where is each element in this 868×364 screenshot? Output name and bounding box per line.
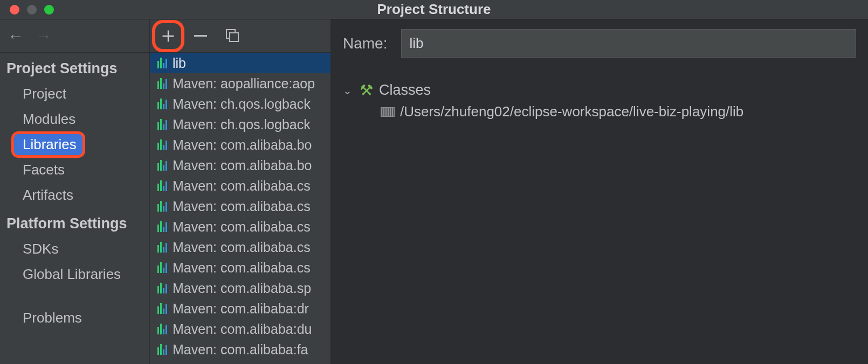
hammer-icon: ⚒ (360, 81, 374, 99)
library-name-input[interactable] (401, 29, 856, 58)
section-header-project-settings: Project Settings (0, 53, 149, 81)
library-item[interactable]: lib (150, 53, 330, 73)
add-library-button[interactable] (157, 25, 179, 47)
remove-library-button[interactable] (190, 25, 211, 47)
sidebar-item-project[interactable]: Project (0, 81, 149, 107)
libraries-panel: libMaven: aopalliance:aopMaven: ch.qos.l… (150, 19, 331, 364)
classes-path: /Users/zhufeng02/eclipse-workspace/live-… (400, 103, 743, 120)
library-item[interactable]: Maven: com.alibaba:du (150, 319, 330, 339)
library-item[interactable]: Maven: com.alibaba.cs (150, 216, 330, 237)
sidebar-item-artifacts[interactable]: Artifacts (0, 183, 149, 208)
library-item-label: Maven: com.alibaba:du (173, 321, 312, 337)
library-icon (157, 242, 167, 253)
minimize-window-dot[interactable] (27, 5, 37, 15)
classes-label: Classes (379, 82, 431, 99)
library-icon (157, 201, 167, 212)
libraries-toolbar (150, 19, 330, 53)
library-icon (157, 160, 167, 171)
library-item-label: Maven: com.alibaba.cs (173, 260, 311, 276)
sidebar-item-problems[interactable]: Problems (0, 305, 149, 331)
library-item-label: Maven: com.alibaba:fa (173, 342, 308, 358)
library-icon (157, 344, 167, 355)
library-icon (157, 283, 167, 293)
traffic-lights (0, 5, 54, 15)
library-item[interactable]: Maven: com.alibaba.bo (150, 155, 330, 176)
library-item[interactable]: Maven: ch.qos.logback (150, 94, 330, 114)
detail-panel: Name: ⌄ ⚒ Classes /Users/zhufeng02/eclip… (331, 19, 868, 364)
library-item[interactable]: Maven: com.alibaba.bo (150, 135, 330, 155)
window-title: Project Structure (377, 1, 491, 18)
nav-bar: ← → (0, 19, 149, 53)
library-item-label: Maven: com.alibaba.cs (173, 240, 311, 255)
library-icon (157, 78, 167, 89)
classes-tree-node[interactable]: ⌄ ⚒ Classes (343, 79, 856, 101)
library-item-label: Maven: com.alibaba:dr (173, 301, 309, 317)
name-label: Name: (343, 35, 387, 52)
library-item[interactable]: Maven: aopalliance:aop (150, 73, 330, 94)
nav-back-icon[interactable]: ← (8, 27, 24, 45)
library-item[interactable]: Maven: com.alibaba.cs (150, 196, 330, 216)
library-item[interactable]: Maven: com.alibaba:dr (150, 298, 330, 319)
sidebar-left: ← → Project Settings Project Modules Lib… (0, 19, 150, 364)
title-bar: Project Structure (0, 0, 868, 19)
library-list[interactable]: libMaven: aopalliance:aopMaven: ch.qos.l… (150, 53, 330, 364)
library-item-label: Maven: ch.qos.logback (173, 96, 311, 112)
folder-icon (381, 107, 395, 117)
library-icon (157, 180, 167, 191)
sidebar-item-libraries[interactable]: Libraries (12, 132, 85, 157)
library-item-label: Maven: com.alibaba.cs (173, 178, 311, 194)
nav-forward-icon: → (36, 27, 52, 45)
library-item-label: Maven: com.alibaba.sp (173, 281, 311, 296)
library-icon (157, 324, 167, 334)
library-icon (157, 139, 167, 150)
sidebar-item-sdks[interactable]: SDKs (0, 236, 149, 262)
library-icon (157, 221, 167, 232)
library-item-label: Maven: com.alibaba.cs (173, 219, 311, 235)
name-row: Name: (343, 29, 856, 58)
library-icon (157, 303, 167, 314)
library-item-label: Maven: com.alibaba.cs (173, 199, 311, 214)
library-item[interactable]: Maven: com.alibaba.cs (150, 257, 330, 278)
library-item[interactable]: Maven: ch.qos.logback (150, 114, 330, 135)
copy-library-button[interactable] (222, 25, 244, 47)
section-header-platform-settings: Platform Settings (0, 208, 149, 236)
library-item[interactable]: Maven: com.alibaba.cs (150, 237, 330, 257)
library-item-label: Maven: ch.qos.logback (173, 117, 311, 132)
chevron-down-icon[interactable]: ⌄ (343, 84, 355, 97)
zoom-window-dot[interactable] (44, 5, 54, 15)
sidebar-item-facets[interactable]: Facets (0, 157, 149, 183)
library-item-label: Maven: com.alibaba.bo (173, 137, 312, 153)
library-item-label: lib (173, 55, 186, 71)
library-item[interactable]: Maven: com.alibaba:fa (150, 339, 330, 360)
library-icon (157, 119, 167, 130)
classes-path-row[interactable]: /Users/zhufeng02/eclipse-workspace/live-… (343, 101, 856, 122)
sidebar-item-modules[interactable]: Modules (0, 107, 149, 132)
close-window-dot[interactable] (10, 5, 19, 15)
library-item-label: Maven: com.alibaba.bo (173, 158, 312, 173)
library-icon (157, 262, 167, 273)
library-item[interactable]: Maven: com.alibaba.sp (150, 278, 330, 298)
sidebar-item-global-libraries[interactable]: Global Libraries (0, 262, 149, 287)
library-icon (157, 58, 167, 68)
library-item[interactable]: Maven: com.alibaba.cs (150, 176, 330, 196)
library-item-label: Maven: aopalliance:aop (173, 76, 315, 92)
library-icon (157, 99, 167, 109)
